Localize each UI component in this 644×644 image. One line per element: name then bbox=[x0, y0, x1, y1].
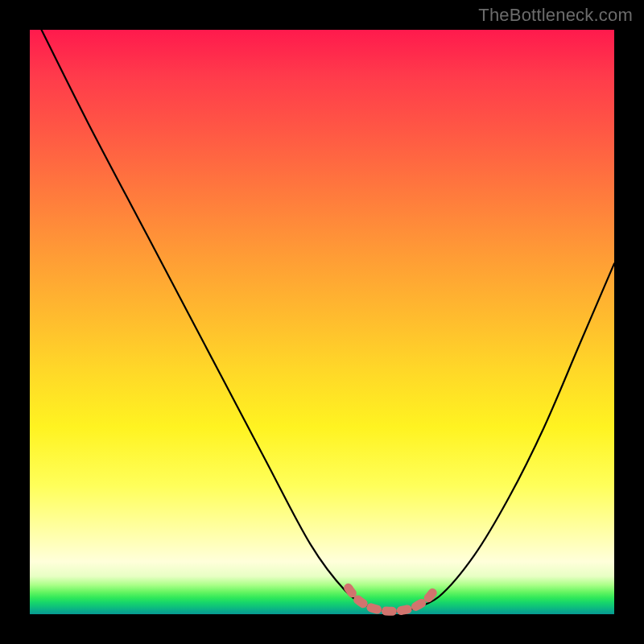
highlight-floor-path bbox=[349, 588, 436, 611]
bottleneck-curve-path bbox=[42, 30, 614, 612]
plot-area bbox=[30, 30, 614, 614]
chart-frame: TheBottleneck.com bbox=[0, 0, 644, 644]
watermark-text: TheBottleneck.com bbox=[478, 5, 633, 26]
curve-layer bbox=[30, 30, 614, 614]
